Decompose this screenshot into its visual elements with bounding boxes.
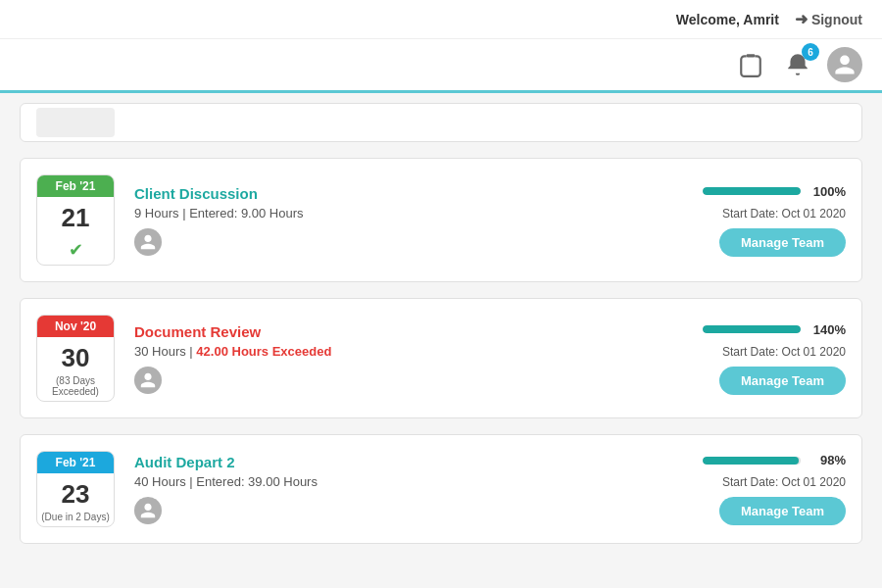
project-cards-container: Feb '2121✔Client Discussion9 Hours | Ent… (20, 158, 862, 544)
date-badge-month-document-review: Nov '20 (37, 316, 114, 337)
notification-badge: 6 (802, 43, 819, 61)
signout-button[interactable]: ➜ Signout (795, 10, 862, 28)
partial-card (20, 103, 862, 142)
project-right-document-review: 140%Start Date: Oct 01 2020Manage Team (650, 322, 846, 395)
main-content: Feb '2121✔Client Discussion9 Hours | Ent… (0, 93, 882, 579)
project-info-client-discussion: Client Discussion9 Hours | Entered: 9.00… (134, 185, 630, 256)
manage-team-button-document-review[interactable]: Manage Team (719, 367, 846, 395)
project-right-client-discussion: 100%Start Date: Oct 01 2020Manage Team (650, 184, 846, 257)
start-date-document-review: Start Date: Oct 01 2020 (722, 345, 846, 359)
hours-base-client-discussion: 9 Hours | (134, 206, 189, 220)
progress-row-client-discussion: 100% (650, 184, 846, 199)
progress-bar-fill-audit-depart-2 (703, 457, 799, 465)
progress-row-audit-depart-2: 98% (650, 453, 846, 467)
date-badge-month-client-discussion: Feb '21 (37, 175, 114, 197)
project-right-audit-depart-2: 98%Start Date: Oct 01 2020Manage Team (650, 453, 846, 525)
hours-base-document-review: 30 Hours | (134, 344, 196, 359)
date-badge-day-audit-depart-2: 23 (37, 473, 114, 512)
project-card-audit-depart-2: Feb '2123(Due in 2 Days)Audit Depart 240… (20, 434, 862, 544)
hours-detail-client-discussion: Entered: 9.00 Hours (189, 206, 303, 220)
project-hours-client-discussion: 9 Hours | Entered: 9.00 Hours (134, 206, 630, 220)
welcome-text: Welcome, Amrit (676, 12, 779, 27)
progress-bar-container-client-discussion (703, 187, 801, 195)
date-badge-audit-depart-2: Feb '2123(Due in 2 Days) (36, 451, 115, 527)
project-info-audit-depart-2: Audit Depart 240 Hours | Entered: 39.00 … (134, 454, 630, 524)
icon-bar: 6 (0, 39, 882, 93)
svg-rect-0 (747, 54, 756, 57)
project-title-audit-depart-2: Audit Depart 2 (134, 454, 630, 470)
date-badge-month-audit-depart-2: Feb '21 (37, 452, 114, 473)
progress-pct-client-discussion: 100% (810, 184, 846, 199)
date-badge-client-discussion: Feb '2121✔ (36, 174, 115, 266)
progress-pct-document-review: 140% (810, 322, 846, 337)
start-date-audit-depart-2: Start Date: Oct 01 2020 (722, 475, 846, 489)
signout-arrow-icon: ➜ (795, 10, 808, 28)
date-badge-check-client-discussion: ✔ (37, 235, 114, 265)
project-hours-document-review: 30 Hours | 42.00 Hours Exceeded (134, 344, 630, 359)
notification-button[interactable]: 6 (780, 47, 815, 82)
date-badge-document-review: Nov '2030(83 Days Exceeded) (36, 315, 115, 402)
user-avatar-header[interactable] (827, 47, 862, 82)
project-card-client-discussion: Feb '2121✔Client Discussion9 Hours | Ent… (20, 158, 862, 282)
date-badge-sub-audit-depart-2: (Due in 2 Days) (37, 512, 114, 526)
project-info-document-review: Document Review30 Hours | 42.00 Hours Ex… (134, 323, 630, 394)
hours-base-audit-depart-2: 40 Hours | (134, 474, 196, 489)
progress-bar-container-audit-depart-2 (703, 457, 801, 465)
manage-team-button-client-discussion[interactable]: Manage Team (719, 228, 846, 257)
start-date-client-discussion: Start Date: Oct 01 2020 (722, 207, 846, 220)
date-badge-sub-document-review: (83 Days Exceeded) (37, 375, 114, 401)
team-avatar-document-review (134, 367, 162, 394)
project-hours-audit-depart-2: 40 Hours | Entered: 39.00 Hours (134, 474, 630, 489)
team-user-icon (139, 233, 157, 251)
project-card-document-review: Nov '2030(83 Days Exceeded)Document Revi… (20, 298, 862, 418)
progress-pct-audit-depart-2: 98% (810, 453, 846, 467)
project-title-document-review: Document Review (134, 323, 630, 340)
clipboard-button[interactable] (733, 47, 768, 82)
progress-bar-fill-client-discussion (703, 187, 801, 195)
user-icon (833, 53, 857, 76)
progress-bar-container-document-review (703, 325, 801, 333)
partial-date-badge (36, 108, 115, 137)
progress-bar-fill-document-review (703, 325, 801, 333)
progress-row-document-review: 140% (650, 322, 846, 337)
team-avatar-client-discussion (134, 228, 162, 256)
header: Welcome, Amrit ➜ Signout (0, 0, 882, 39)
hours-detail-audit-depart-2: Entered: 39.00 Hours (196, 474, 318, 489)
hours-detail-document-review: 42.00 Hours Exceeded (196, 344, 331, 359)
project-title-client-discussion: Client Discussion (134, 185, 630, 202)
date-badge-day-document-review: 30 (37, 337, 114, 375)
manage-team-button-audit-depart-2[interactable]: Manage Team (719, 497, 846, 525)
date-badge-day-client-discussion: 21 (37, 197, 114, 235)
team-avatar-audit-depart-2 (134, 497, 162, 524)
signout-label: Signout (811, 12, 862, 27)
team-user-icon (139, 371, 157, 389)
clipboard-icon (738, 52, 763, 77)
team-user-icon (139, 502, 157, 519)
